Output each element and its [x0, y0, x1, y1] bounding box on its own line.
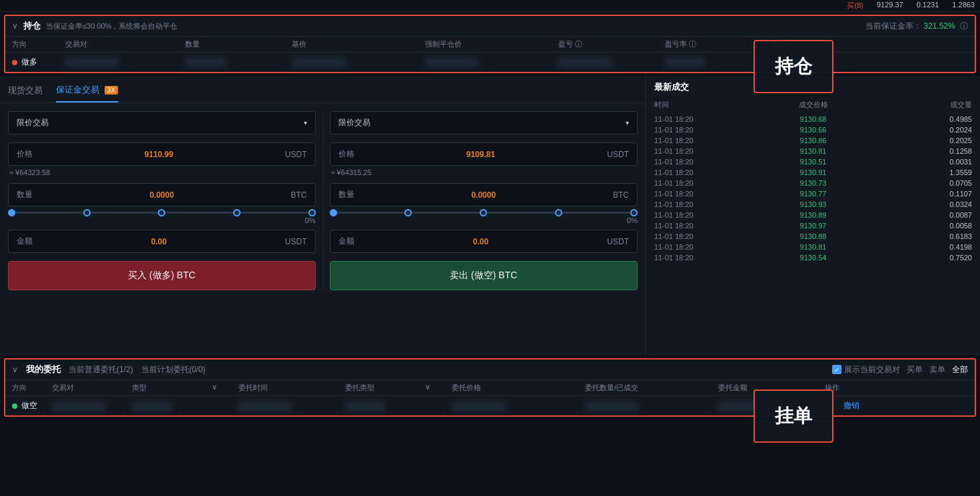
sell-slider-dots — [330, 209, 638, 216]
trade-time: 11-01 18:20 — [654, 211, 760, 219]
middle-section: 现货交易 保证金交易 3X 限价交易 ▾ 价格 9110.99 USD — [0, 76, 980, 356]
orders-header: ∨ 我的委托 当前普通委托(1/2) 当前计划委托(0/0) ✓ 展示当前交易对… — [5, 360, 975, 380]
buy-slider-dots — [8, 209, 316, 216]
trades-header: 时间 成交价格 成交量 — [654, 99, 972, 111]
buy-slider-track — [8, 212, 316, 214]
ocol-type-arrow: ∨ — [212, 383, 239, 393]
normal-orders-badge[interactable]: 当前普通委托(1/2) — [69, 364, 133, 375]
sell-slider[interactable]: 0% — [330, 212, 638, 224]
ocol-direction: 方向 — [12, 383, 52, 393]
sell-price-label: 价格 — [338, 148, 354, 160]
trade-time: 11-01 18:20 — [654, 126, 760, 134]
tab-spot[interactable]: 现货交易 — [8, 82, 43, 102]
position-base — [292, 58, 345, 67]
buy-label: 买(8) — [847, 1, 863, 11]
show-current-pair[interactable]: ✓ 展示当前交易对 — [832, 364, 900, 375]
sell-qty-label: 数量 — [338, 189, 354, 200]
trade-vol: 0.1107 — [866, 190, 972, 198]
buy-dot-75[interactable] — [233, 209, 241, 216]
col-pair: 交易对 — [65, 39, 185, 49]
col-liq-price: 强制平仓价 — [425, 39, 558, 49]
col-base-price: 基价 — [292, 39, 425, 49]
trade-row: 11-01 18:20 9130.68 0.4985 — [654, 114, 972, 124]
buy-price-unit: USDT — [285, 150, 307, 159]
filter-all[interactable]: 全部 — [952, 364, 968, 375]
trade-row: 11-01 18:20 9130.81 0.1258 — [654, 146, 972, 156]
trade-time: 11-01 18:20 — [654, 168, 760, 176]
holding-label: 持仓 — [775, 54, 812, 79]
margin-value: 321.52% — [923, 21, 955, 31]
trades-col-price: 成交价格 — [760, 100, 866, 110]
buy-type-select[interactable]: 限价交易 ▾ — [8, 111, 316, 134]
trades-list: 11-01 18:20 9130.68 0.4985 11-01 18:20 9… — [654, 114, 972, 263]
sell-qty-unit: BTC — [613, 190, 629, 200]
trading-panel: 现货交易 保证金交易 3X 限价交易 ▾ 价格 9110.99 USD — [0, 76, 646, 356]
positions-collapse-icon[interactable]: ∨ — [12, 21, 18, 31]
ocol-qty: 委托数量/已成交 — [585, 383, 718, 393]
trade-price: 9130.91 — [760, 168, 866, 176]
trade-row: 11-01 18:20 9130.51 0.0031 — [654, 156, 972, 167]
trade-price: 9130.66 — [760, 126, 866, 134]
sell-price-group[interactable]: 价格 9109.81 USDT — [330, 142, 638, 166]
buy-form: 限价交易 ▾ 价格 9110.99 USDT ≈ ¥64323.58 数量 0.… — [8, 111, 323, 290]
trade-row: 11-01 18:20 9130.77 0.1107 — [654, 188, 972, 199]
trade-price: 9130.88 — [760, 232, 866, 240]
trade-vol: 0.0031 — [866, 158, 972, 166]
trade-row: 11-01 18:20 9130.86 0.2025 — [654, 135, 972, 146]
sell-dot-25[interactable] — [404, 209, 412, 216]
sell-type-select[interactable]: 限价交易 ▾ — [330, 111, 638, 134]
trade-row: 11-01 18:20 9130.93 0.0324 — [654, 199, 972, 210]
top-price: 9129.37 — [877, 1, 903, 11]
position-pnl — [558, 58, 612, 67]
position-liq — [425, 58, 478, 67]
sell-qty-group[interactable]: 数量 0.0000 BTC — [330, 183, 638, 206]
sell-price-value: 9109.81 — [466, 150, 495, 159]
buy-price-group[interactable]: 价格 9110.99 USDT — [8, 142, 316, 166]
ocol-order-type-arrow: ∨ — [425, 383, 452, 393]
buy-dot-50[interactable] — [158, 209, 165, 216]
trade-price: 9130.86 — [760, 136, 866, 144]
trade-price: 9130.73 — [760, 179, 866, 187]
trade-price: 9130.51 — [760, 158, 866, 166]
col-direction: 方向 — [12, 39, 65, 49]
buy-qty-unit: BTC — [290, 190, 306, 200]
buy-dot-100[interactable] — [308, 209, 316, 216]
buy-qty-value: 0.0000 — [149, 190, 174, 200]
sell-submit-button[interactable]: 卖出 (做空) BTC — [330, 261, 638, 290]
planned-orders-badge[interactable]: 当前计划委托(0/0) — [141, 364, 206, 375]
buy-amount-value: 0.00 — [151, 237, 167, 246]
buy-amount-group[interactable]: 金额 0.00 USDT — [8, 230, 316, 253]
top-bar: 买(8) 9129.37 0.1231 1.2863 — [0, 0, 980, 12]
buy-slider[interactable]: 0% — [8, 212, 316, 224]
trade-row: 11-01 18:20 9130.91 1.3559 — [654, 167, 972, 178]
sell-dot-75[interactable] — [555, 209, 562, 216]
orders-header-right: ✓ 展示当前交易对 买单 卖单 全部 — [832, 364, 968, 375]
position-qty — [185, 58, 225, 67]
trade-vol: 0.0705 — [866, 179, 972, 187]
show-current-checkbox[interactable]: ✓ — [832, 365, 841, 374]
sell-dot-100[interactable] — [630, 209, 638, 216]
trade-time: 11-01 18:20 — [654, 136, 760, 144]
tab-margin[interactable]: 保证金交易 3X — [56, 81, 118, 103]
sell-price-unit: USDT — [607, 150, 629, 159]
orders-collapse-icon[interactable]: ∨ — [12, 365, 18, 374]
filter-sell[interactable]: 卖单 — [929, 364, 945, 375]
buy-dot-0[interactable] — [8, 209, 15, 216]
buy-amount-label: 金额 — [17, 236, 33, 247]
trade-price: 9130.77 — [760, 190, 866, 198]
buy-dot-25[interactable] — [83, 209, 91, 216]
trade-vol: 0.2024 — [866, 126, 972, 134]
trade-time: 11-01 18:20 — [654, 243, 760, 251]
filter-buy[interactable]: 买单 — [907, 364, 923, 375]
trading-tabs: 现货交易 保证金交易 3X — [0, 76, 646, 103]
buy-qty-group[interactable]: 数量 0.0000 BTC — [8, 183, 316, 206]
show-current-label: 展示当前交易对 — [844, 364, 900, 375]
trade-time: 11-01 18:20 — [654, 179, 760, 187]
sell-dot-0[interactable] — [330, 209, 337, 216]
sell-amount-group[interactable]: 金额 0.00 USDT — [330, 230, 638, 253]
buy-submit-button[interactable]: 买入 (做多) BTC — [8, 261, 316, 290]
col-pnl: 盈亏 ⓘ — [558, 39, 665, 49]
sell-qty-value: 0.0000 — [471, 190, 496, 200]
ocol-type: 类型 — [132, 383, 212, 393]
sell-dot-50[interactable] — [480, 209, 487, 216]
